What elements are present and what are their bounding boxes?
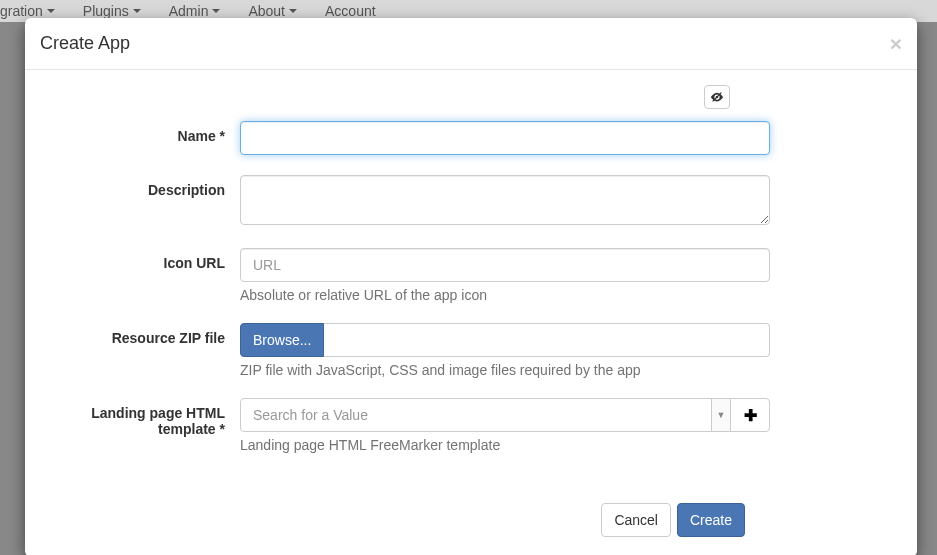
chevron-down-icon: ▼ <box>717 410 726 420</box>
landing-page-select[interactable]: Search for a Value <box>240 398 712 432</box>
nav-item-admin[interactable]: Admin <box>169 3 221 19</box>
icon-url-label: Icon URL <box>40 248 240 303</box>
select-caret[interactable]: ▼ <box>711 398 731 432</box>
modal-header: Create App × <box>25 18 917 70</box>
caret-down-icon <box>289 9 297 13</box>
resource-zip-label: Resource ZIP file <box>40 323 240 378</box>
name-input[interactable] <box>240 121 770 155</box>
close-button[interactable]: × <box>890 33 902 54</box>
add-template-button[interactable]: ✚ <box>730 398 770 432</box>
nav-item-account[interactable]: Account <box>325 3 376 19</box>
close-icon: × <box>890 32 902 55</box>
description-textarea[interactable] <box>240 175 770 225</box>
icon-url-help: Absolute or relative URL of the app icon <box>240 287 770 303</box>
resource-zip-help: ZIP file with JavaScript, CSS and image … <box>240 362 770 378</box>
icon-url-input[interactable] <box>240 248 770 282</box>
select-placeholder: Search for a Value <box>253 407 368 423</box>
cancel-button[interactable]: Cancel <box>601 503 671 537</box>
modal-body: Name * Description Icon URL Absolute or … <box>25 70 917 488</box>
landing-page-help: Landing page HTML FreeMarker template <box>240 437 770 453</box>
create-button[interactable]: Create <box>677 503 745 537</box>
nav-item-plugins[interactable]: Plugins <box>83 3 141 19</box>
landing-page-label: Landing page HTML template * <box>40 398 240 453</box>
browse-button[interactable]: Browse... <box>240 323 324 357</box>
nav-item-about[interactable]: About <box>248 3 297 19</box>
modal-footer: Cancel Create <box>25 488 917 555</box>
visibility-toggle-button[interactable] <box>704 85 730 109</box>
caret-down-icon <box>212 9 220 13</box>
description-label: Description <box>40 175 240 228</box>
name-label: Name * <box>40 121 240 155</box>
file-display <box>324 323 770 357</box>
eye-icon <box>710 90 724 104</box>
modal-title: Create App <box>40 33 130 54</box>
create-app-modal: Create App × Name * Description Icon URL <box>25 18 917 555</box>
caret-down-icon <box>133 9 141 13</box>
caret-down-icon <box>47 9 55 13</box>
nav-item-gration[interactable]: gration <box>0 3 55 19</box>
plus-icon: ✚ <box>744 406 757 425</box>
